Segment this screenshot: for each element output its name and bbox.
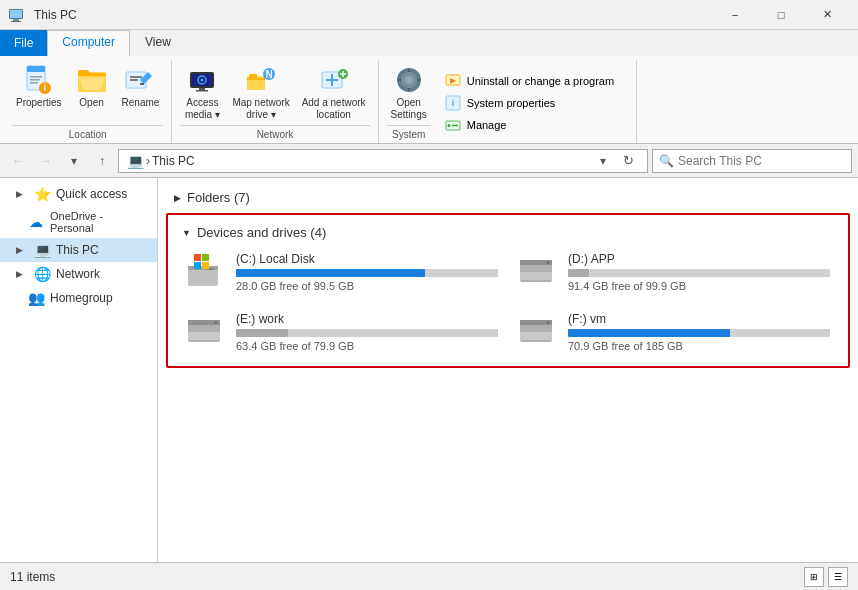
access-media-button[interactable]: Accessmedia ▾	[180, 62, 224, 123]
d-drive-bar-fill	[568, 269, 589, 277]
svg-rect-6	[30, 76, 42, 78]
devices-arrow: ▼	[182, 228, 191, 238]
close-button[interactable]: ✕	[804, 0, 850, 30]
sidebar-item-quick-access[interactable]: ▶ ⭐ Quick access	[0, 182, 157, 206]
uninstall-icon: ▶	[445, 73, 461, 89]
content-area: ▶ Folders (7) ▼ Devices and drives (4)	[158, 178, 858, 562]
dropdown-button[interactable]: ▾	[591, 149, 615, 173]
add-network-location-button[interactable]: Add a networklocation	[298, 62, 370, 123]
sidebar-item-network[interactable]: ▶ 🌐 Network	[0, 262, 157, 286]
search-box[interactable]: 🔍	[652, 149, 852, 173]
sidebar-item-label: OneDrive - Personal	[50, 210, 145, 234]
d-drive-info: (D:) APP 91.4 GB free of 99.9 GB	[568, 252, 830, 292]
manage-label: Manage	[467, 119, 507, 131]
e-drive-info: (E:) work 63.4 GB free of 79.9 GB	[236, 312, 498, 352]
e-drive-free: 63.4 GB free of 79.9 GB	[236, 340, 498, 352]
system-properties-icon: i	[445, 95, 461, 111]
svg-point-35	[405, 76, 413, 84]
maximize-button[interactable]: □	[758, 0, 804, 30]
view-icons: ⊞ ☰	[804, 567, 848, 587]
system-main-buttons: OpenSettings	[387, 62, 431, 123]
sidebar-item-homegroup[interactable]: 👥 Homegroup	[0, 286, 157, 310]
d-drive-bar-bg	[568, 269, 830, 277]
map-network-drive-label: Map networkdrive ▾	[232, 97, 289, 121]
search-input[interactable]	[678, 154, 845, 168]
recent-locations-button[interactable]: ▾	[62, 149, 86, 173]
status-items-count: 11 items	[10, 570, 55, 584]
address-path: 💻 › This PC	[127, 153, 195, 169]
large-icons-view-button[interactable]: ⊞	[804, 567, 824, 587]
system-properties-button[interactable]: i System properties	[439, 93, 620, 113]
uninstall-label: Uninstall or change a program	[467, 75, 614, 87]
sidebar-item-this-pc[interactable]: ▶ 💻 This PC	[0, 238, 157, 262]
f-drive-info: (F:) vm 70.9 GB free of 185 GB	[568, 312, 830, 352]
c-drive-item[interactable]: (C:) Local Disk 28.0 GB free of 99.5 GB	[182, 248, 502, 296]
d-drive-name: (D:) APP	[568, 252, 830, 266]
ribbon-content: i Properties Open	[0, 56, 858, 143]
refresh-button[interactable]: ↻	[617, 150, 639, 172]
access-media-label: Accessmedia ▾	[185, 97, 220, 121]
svg-rect-1	[13, 19, 19, 21]
c-drive-icon	[186, 252, 226, 288]
svg-rect-7	[30, 79, 40, 81]
properties-label: Properties	[16, 97, 62, 109]
sidebar-item-onedrive[interactable]: ☁ OneDrive - Personal	[0, 206, 157, 238]
access-media-icon	[186, 64, 218, 96]
address-bar: ← → ▾ ↑ 💻 › This PC ▾ ↻ 🔍	[0, 144, 858, 178]
sidebar-item-label: This PC	[56, 243, 99, 257]
address-box[interactable]: 💻 › This PC ▾ ↻	[118, 149, 648, 173]
onedrive-icon: ☁	[28, 214, 44, 230]
sidebar-item-label: Homegroup	[50, 291, 113, 305]
f-drive-free: 70.9 GB free of 185 GB	[568, 340, 830, 352]
quick-access-icon: ⭐	[34, 186, 50, 202]
system-group-label: System	[387, 125, 431, 143]
svg-rect-5	[27, 66, 45, 72]
svg-rect-53	[520, 272, 552, 280]
tab-file[interactable]: File	[0, 30, 47, 56]
add-network-location-icon	[318, 64, 350, 96]
folders-section: ▶ Folders (7)	[166, 186, 850, 209]
title-bar: This PC − □ ✕	[0, 0, 858, 30]
c-drive-bar-bg	[236, 269, 498, 277]
properties-button[interactable]: i Properties	[12, 62, 66, 111]
svg-point-52	[547, 261, 550, 264]
forward-button[interactable]: →	[34, 149, 58, 173]
back-button[interactable]: ←	[6, 149, 30, 173]
open-button[interactable]: Open	[70, 62, 114, 111]
open-settings-button[interactable]: OpenSettings	[387, 62, 431, 123]
expand-arrow: ▶	[16, 269, 28, 279]
expand-arrow: ▶	[16, 189, 28, 199]
system-small-buttons: ▶ Uninstall or change a program i System…	[431, 62, 628, 143]
details-view-button[interactable]: ☰	[828, 567, 848, 587]
svg-rect-2	[11, 21, 21, 22]
svg-rect-20	[199, 88, 205, 90]
svg-text:N: N	[265, 69, 272, 80]
d-drive-item[interactable]: (D:) APP 91.4 GB free of 99.9 GB	[514, 248, 834, 296]
svg-rect-8	[30, 82, 38, 84]
folders-header[interactable]: ▶ Folders (7)	[166, 186, 850, 209]
rename-button[interactable]: Rename	[118, 62, 164, 111]
f-drive-item[interactable]: (F:) vm 70.9 GB free of 185 GB	[514, 308, 834, 356]
svg-point-60	[547, 321, 550, 324]
tab-computer[interactable]: Computer	[47, 30, 130, 57]
svg-point-56	[215, 321, 218, 324]
e-drive-item[interactable]: (E:) work 63.4 GB free of 79.9 GB	[182, 308, 502, 356]
location-buttons: i Properties Open	[12, 62, 163, 123]
tab-view[interactable]: View	[130, 30, 186, 56]
homegroup-icon: 👥	[28, 290, 44, 306]
open-icon	[76, 64, 108, 96]
e-drive-name: (E:) work	[236, 312, 498, 326]
devices-header[interactable]: ▼ Devices and drives (4)	[174, 221, 842, 244]
network-buttons: Accessmedia ▾ N Map networkdrive ▾	[180, 62, 369, 123]
minimize-button[interactable]: −	[712, 0, 758, 30]
up-button[interactable]: ↑	[90, 149, 114, 173]
uninstall-button[interactable]: ▶ Uninstall or change a program	[439, 71, 620, 91]
svg-rect-46	[194, 254, 201, 261]
ribbon-group-network: Accessmedia ▾ N Map networkdrive ▾	[172, 60, 378, 143]
map-network-drive-button[interactable]: N Map networkdrive ▾	[228, 62, 293, 123]
manage-button[interactable]: Manage	[439, 115, 620, 135]
svg-rect-49	[202, 262, 209, 269]
network-icon: 🌐	[34, 266, 50, 282]
this-pc-icon: 💻	[34, 242, 50, 258]
sidebar: ▶ ⭐ Quick access ☁ OneDrive - Personal ▶…	[0, 178, 158, 562]
